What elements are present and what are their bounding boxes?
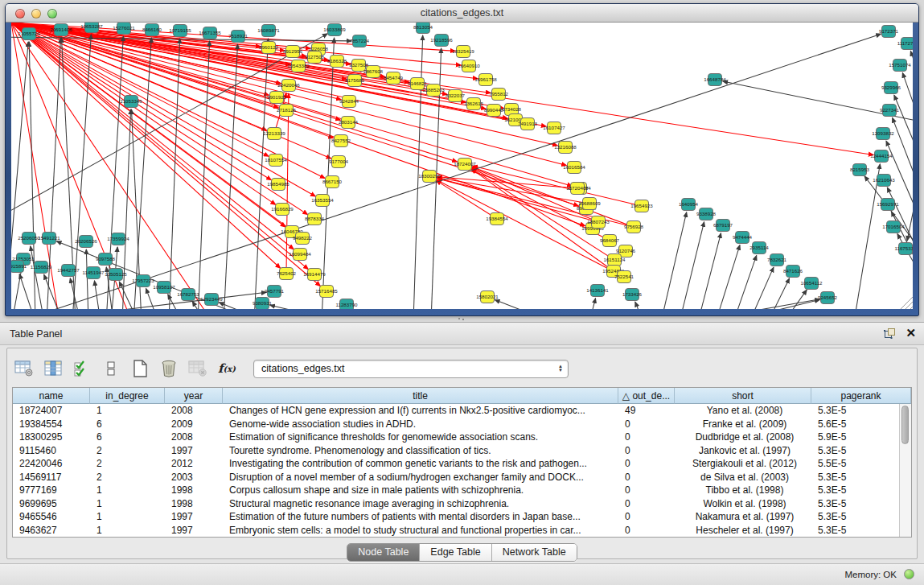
graph-node[interactable]: 10719155 <box>169 25 191 37</box>
new-table-icon[interactable] <box>128 357 152 380</box>
graph-node[interactable]: 16648784 <box>704 74 726 86</box>
graph-node[interactable]: 7518921 <box>228 31 248 43</box>
table-row[interactable]: 1938455462009Genome-wide association stu… <box>13 418 899 431</box>
graph-node[interactable]: 8427552 <box>331 135 351 147</box>
select-columns-icon[interactable] <box>41 357 65 380</box>
graph-node[interactable]: 8215953 <box>850 164 870 176</box>
resize-grip-icon[interactable] <box>901 297 913 309</box>
graph-node[interactable]: 15692971 <box>877 199 899 211</box>
graph-node[interactable]: 9245652 <box>818 292 838 304</box>
vertical-scrollbar[interactable] <box>899 404 911 537</box>
graph-node[interactable]: 8471626 <box>783 266 803 278</box>
table-row[interactable]: 977716911998Corpus callosum shape and si… <box>13 484 899 497</box>
table-row[interactable]: 2242004622012Investigating the contribut… <box>13 457 899 471</box>
graph-node[interactable]: 11172712 <box>897 38 913 50</box>
graph-node[interactable]: 9177004 <box>329 156 349 168</box>
graph-node[interactable]: 16671355 <box>199 27 221 39</box>
graph-node[interactable]: 9498222 <box>293 233 313 245</box>
graph-node[interactable]: 8878334 <box>305 213 325 225</box>
column-header-name[interactable]: name <box>13 388 90 404</box>
graph-node[interactable]: 25206050 <box>18 233 40 245</box>
graph-node[interactable]: 19384554 <box>486 213 508 225</box>
tab-edge-table[interactable]: Edge Table <box>419 544 491 561</box>
delete-icon[interactable] <box>157 357 181 380</box>
graph-node[interactable]: 7491913 <box>518 118 538 130</box>
graph-node[interactable]: 16099484 <box>289 249 311 261</box>
graph-node[interactable]: 16961758 <box>474 74 497 86</box>
graph-node[interactable]: 15802021 <box>476 291 499 303</box>
graph-node[interactable]: 16640910 <box>458 60 480 72</box>
table-row[interactable]: 946362711997Embryonic stem cells: a mode… <box>13 524 899 538</box>
graph-node[interactable]: 1640954 <box>679 199 699 211</box>
graph-node[interactable]: 14136141 <box>586 285 609 297</box>
graph-node[interactable]: 16107427 <box>543 122 565 134</box>
float-window-icon[interactable] <box>884 328 896 339</box>
graph-node[interactable]: 10654112 <box>800 278 823 290</box>
graph-node[interactable]: 6879197 <box>713 220 733 232</box>
network-canvas[interactable]: 2105572420691406106532871527602184661601… <box>11 23 913 309</box>
graph-node[interactable]: 13216088 <box>554 142 577 154</box>
graph-node[interactable]: 18325419 <box>452 46 474 58</box>
graph-node[interactable]: 8990448 <box>484 105 504 117</box>
graph-node[interactable]: 8186328 <box>327 56 347 68</box>
table-row[interactable]: 1830029562008Estimation of significance … <box>13 431 899 444</box>
graph-node[interactable]: 8813054 <box>413 23 433 34</box>
graph-node[interactable]: 16210643 <box>873 175 895 187</box>
graph-node[interactable]: 19654923 <box>630 200 653 212</box>
table-row[interactable]: 911546021997Tourette syndrome. Phenomeno… <box>13 444 899 458</box>
column-header-in_degree[interactable]: in_degree <box>90 388 165 404</box>
graph-node[interactable]: 7625402 <box>277 268 297 280</box>
graph-node[interactable]: 2935114 <box>749 242 769 254</box>
table-row[interactable]: 969969511998Structural magnetic resonanc… <box>13 497 899 511</box>
graph-node[interactable]: 9457791 <box>265 286 285 298</box>
graph-node[interactable]: 8466160 <box>142 24 162 36</box>
graph-node[interactable]: 16016584 <box>563 162 585 174</box>
graph-node[interactable]: 12093832 <box>872 128 894 140</box>
graph-node[interactable]: 8667150 <box>322 176 343 188</box>
graph-node[interactable]: 9380931 <box>253 298 273 310</box>
graph-node[interactable]: 11283790 <box>335 299 358 310</box>
column-header-short[interactable]: short <box>675 388 811 404</box>
tab-node-table[interactable]: Node Table <box>347 544 419 561</box>
graph-node[interactable]: 9684067 <box>600 235 620 247</box>
rows-icon[interactable] <box>99 357 123 380</box>
graph-node[interactable]: 9329966 <box>881 82 901 94</box>
graph-node[interactable]: 1733426 <box>622 289 643 301</box>
graph-node[interactable]: 19218596 <box>430 35 453 47</box>
table-row[interactable]: 946554611997Estimation of the future num… <box>13 510 899 524</box>
table-select[interactable]: citations_edges.txt ▲▼ <box>253 360 569 378</box>
column-header-year[interactable]: year <box>165 388 223 404</box>
table-settings-icon[interactable] <box>12 357 36 380</box>
column-header-title[interactable]: title <box>223 388 618 404</box>
graph-node[interactable]: 15716485 <box>315 286 338 298</box>
graph-node[interactable]: 2803144 <box>339 117 359 129</box>
window-titlebar[interactable]: citations_edges.txt <box>6 4 918 23</box>
graph-node[interactable]: 20206526 <box>75 236 97 248</box>
graph-node[interactable]: 15491221 <box>38 233 60 245</box>
graph-node[interactable]: 10958107 <box>153 282 175 294</box>
graph-node[interactable]: 16089871 <box>257 25 280 37</box>
graph-node[interactable]: 11451947 <box>82 267 105 279</box>
graph-node[interactable]: 7522541 <box>614 271 634 283</box>
graph-node[interactable]: 8960122 <box>259 42 279 54</box>
graph-node[interactable]: 19166829 <box>271 204 294 216</box>
column-header-out_de[interactable]: △ out_de... <box>618 388 675 404</box>
function-builder-icon[interactable]: f(x) <box>215 357 239 380</box>
graph-node[interactable]: 16914479 <box>303 269 326 281</box>
panel-splitter[interactable] <box>0 316 924 322</box>
graph-node[interactable]: 9227341 <box>880 105 900 117</box>
table-row[interactable]: 1872400712008Changes of HCN gene express… <box>13 404 899 418</box>
graph-node[interactable]: 12923449 <box>200 294 223 306</box>
graph-node[interactable]: 9172371 <box>879 26 899 38</box>
graph-node[interactable]: 9756928 <box>624 221 644 233</box>
graph-node[interactable]: 9474444 <box>733 232 753 244</box>
graph-node[interactable]: 11675331 <box>894 243 913 255</box>
graph-node[interactable]: 9338928 <box>696 208 717 220</box>
graph-node[interactable]: 7832621 <box>767 254 787 266</box>
splitter-grip-icon[interactable] <box>457 317 466 321</box>
table-row[interactable]: 1456911722003Disruption of a novel membe… <box>13 471 899 484</box>
delete-table-icon[interactable] <box>186 357 210 380</box>
network-view[interactable]: 2105572420691406106532871527602184661601… <box>11 23 913 309</box>
graph-node[interactable]: 19442757 <box>57 265 80 277</box>
graph-node[interactable]: 12444154 <box>870 150 893 163</box>
